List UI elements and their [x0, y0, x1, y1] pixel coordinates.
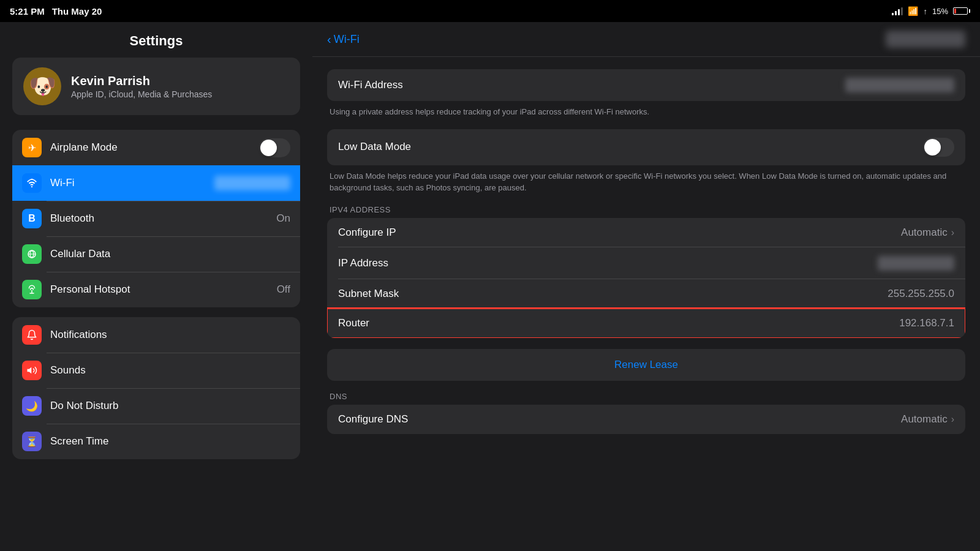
hotspot-value: Off — [277, 283, 290, 296]
settings-group-preferences: Notifications Sounds 🌙 — [12, 317, 300, 459]
right-panel-content: Wi-Fi Address AA:BB:CC:DD:EE:FF Using a … — [312, 57, 980, 551]
router-value: 192.168.7.1 — [899, 317, 954, 329]
bluetooth-value: On — [276, 212, 290, 225]
screentime-icon: ⏳ — [22, 432, 42, 451]
settings-group-connectivity: ✈ Airplane Mode — [12, 130, 300, 307]
svg-point-0 — [31, 186, 32, 187]
renew-lease-button[interactable]: Renew Lease — [327, 349, 965, 381]
sidebar-item-sounds[interactable]: Sounds — [12, 353, 300, 388]
configure-dns-row[interactable]: Configure DNS Automatic › — [327, 405, 965, 434]
router-row: Router 192.168.7.1 — [327, 309, 965, 338]
configure-dns-chevron-icon: › — [951, 414, 954, 425]
svg-marker-6 — [28, 367, 32, 374]
airplane-mode-label: Airplane Mode — [50, 141, 251, 154]
configure-dns-label: Configure DNS — [338, 413, 901, 425]
low-data-label: Low Data Mode — [338, 141, 923, 153]
ip-address-value: 192.168.1.100 — [878, 256, 954, 271]
airplane-mode-icon: ✈ — [22, 138, 42, 157]
wifi-network-name: NetworkName — [214, 176, 290, 190]
configure-ip-row[interactable]: Configure IP Automatic › — [327, 218, 965, 247]
wifi-label: Wi-Fi — [50, 177, 206, 189]
profile-name: Kevin Parrish — [71, 74, 212, 88]
wifi-status-icon: 📶 — [908, 6, 918, 16]
svg-point-3 — [31, 290, 32, 291]
low-data-row: Low Data Mode — [327, 129, 965, 165]
status-time: 5:21 PM — [10, 6, 45, 17]
notifications-label: Notifications — [50, 329, 290, 341]
donotdisturb-icon: 🌙 — [22, 396, 42, 416]
low-data-toggle[interactable] — [923, 138, 954, 157]
ip-address-row: IP Address 192.168.1.100 — [327, 247, 965, 279]
sidebar-item-screentime[interactable]: ⏳ Screen Time — [12, 424, 300, 459]
avatar: 🐶 — [23, 67, 61, 105]
back-chevron-icon: ‹ — [327, 32, 331, 47]
wifi-icon — [22, 173, 42, 193]
status-date: Thu May 20 — [52, 6, 102, 17]
screentime-label: Screen Time — [50, 435, 290, 448]
donotdisturb-label: Do Not Disturb — [50, 400, 290, 412]
sounds-icon — [22, 361, 42, 380]
wifi-address-value: AA:BB:CC:DD:EE:FF — [845, 78, 954, 92]
right-panel-header: ‹ Wi-Fi — [312, 22, 980, 57]
battery-percent-label: 15% — [932, 7, 948, 16]
notifications-icon — [22, 325, 42, 345]
airplane-mode-toggle[interactable] — [259, 138, 290, 157]
sidebar: Settings 🐶 Kevin Parrish Apple ID, iClou… — [0, 22, 312, 551]
sidebar-item-notifications[interactable]: Notifications — [12, 317, 300, 353]
sidebar-title: Settings — [0, 22, 312, 58]
profile-subtitle: Apple ID, iCloud, Media & Purchases — [71, 89, 212, 99]
battery-icon — [953, 7, 970, 15]
configure-dns-value: Automatic — [901, 413, 948, 425]
renew-lease-section: Renew Lease — [327, 349, 965, 381]
low-data-section: Low Data Mode Low Data Mode helps reduce… — [327, 129, 965, 194]
sidebar-item-bluetooth[interactable]: B Bluetooth On — [12, 201, 300, 236]
sidebar-item-wifi[interactable]: Wi-Fi NetworkName — [12, 165, 300, 201]
dns-section-label: DNS — [327, 392, 965, 401]
hotspot-label: Personal Hotspot — [50, 283, 268, 296]
signal-icon — [892, 7, 903, 15]
subnet-mask-row: Subnet Mask 255.255.255.0 — [327, 279, 965, 309]
back-button[interactable]: ‹ Wi-Fi — [327, 32, 360, 47]
status-bar: 5:21 PM Thu May 20 📶 ↑ 15% — [0, 0, 980, 22]
configure-ip-value: Automatic — [901, 227, 948, 239]
network-name-header-blurred — [886, 31, 965, 48]
subnet-mask-value: 255.255.255.0 — [888, 288, 954, 300]
sidebar-item-airplane-mode[interactable]: ✈ Airplane Mode — [12, 130, 300, 165]
dns-section: DNS Configure DNS Automatic › — [327, 392, 965, 434]
location-icon: ↑ — [923, 7, 927, 16]
wifi-address-section: Wi-Fi Address AA:BB:CC:DD:EE:FF Using a … — [327, 69, 965, 118]
wifi-address-row: Wi-Fi Address AA:BB:CC:DD:EE:FF — [327, 69, 965, 101]
sidebar-item-donotdisturb[interactable]: 🌙 Do Not Disturb — [12, 388, 300, 424]
wifi-address-description: Using a private address helps reduce tra… — [327, 101, 965, 118]
right-panel: ‹ Wi-Fi Wi-Fi Address AA:BB:CC:DD:EE:FF … — [312, 22, 980, 551]
sidebar-item-hotspot[interactable]: Personal Hotspot Off — [12, 272, 300, 307]
configure-ip-label: Configure IP — [338, 227, 901, 239]
back-label: Wi-Fi — [334, 33, 360, 46]
router-label: Router — [338, 317, 899, 329]
bluetooth-icon: B — [22, 209, 42, 228]
cellular-label: Cellular Data — [50, 248, 290, 260]
bluetooth-label: Bluetooth — [50, 212, 268, 225]
configure-ip-chevron-icon: › — [951, 227, 954, 238]
low-data-description: Low Data Mode helps reduce your iPad dat… — [327, 165, 965, 194]
wifi-address-label: Wi-Fi Address — [338, 79, 845, 91]
ip-address-label: IP Address — [338, 257, 878, 269]
subnet-mask-label: Subnet Mask — [338, 288, 888, 300]
renew-lease-label: Renew Lease — [614, 359, 678, 371]
sounds-label: Sounds — [50, 364, 290, 377]
sidebar-item-cellular[interactable]: Cellular Data — [12, 236, 300, 272]
ipv4-section: IPV4 ADDRESS Configure IP Automatic › IP… — [327, 205, 965, 338]
hotspot-icon — [22, 280, 42, 299]
cellular-icon — [22, 244, 42, 264]
profile-card[interactable]: 🐶 Kevin Parrish Apple ID, iCloud, Media … — [12, 58, 300, 115]
ipv4-section-label: IPV4 ADDRESS — [327, 205, 965, 214]
